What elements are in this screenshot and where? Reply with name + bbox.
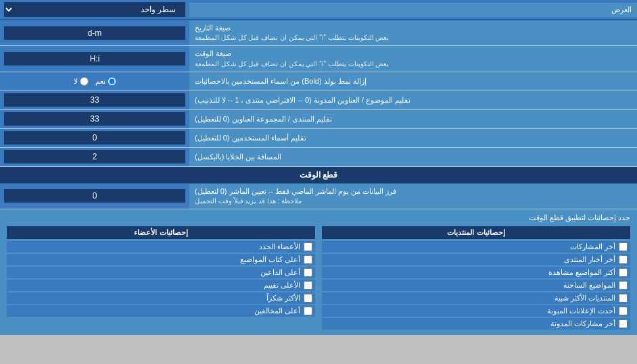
cell-spacing-text: المسافة بين الخلايا (بالبكسل) <box>195 152 282 162</box>
stats-posts-label-1: أخر أخبار المنتدى <box>564 255 615 264</box>
stats-posts-item-3: المواضيع الساخنة <box>322 280 630 291</box>
stats-posts-item-4: المنتديات الأكثر شبية <box>322 292 630 304</box>
time-cut-value-input-wrap <box>0 184 189 209</box>
stats-members-label-5: أعلى المخالفين <box>254 307 300 315</box>
stats-members-checkbox-4[interactable] <box>304 294 312 303</box>
stats-posts-checkbox-1[interactable] <box>619 255 628 264</box>
date-format-input-wrap <box>0 20 189 45</box>
topic-order-text: تقليم الموضوع / العناوين المدونة (0 -- ا… <box>195 95 410 105</box>
stats-members-item-3: الأعلى تقييم <box>7 280 315 291</box>
stats-posts-title: إحصائيات المنتديات <box>322 226 630 239</box>
stats-members-checkbox-0[interactable] <box>304 242 312 251</box>
stats-posts-label-0: أخر المشاركات <box>570 242 615 251</box>
forum-order-row: تقليم المنتدى / المجموعة العناوين (0 للت… <box>0 110 637 129</box>
stats-members-item-4: الأكثر شكراً <box>7 292 315 304</box>
cell-spacing-input[interactable] <box>4 150 185 163</box>
stats-posts-checkbox-0[interactable] <box>619 242 628 251</box>
stats-posts-column: إحصائيات المنتديات أخر المشاركات أخر أخب… <box>322 226 630 331</box>
time-format-label: صيغة الوقت بعض التكوينات يتطلب "/" التي … <box>189 46 637 71</box>
stats-limit-text: حدد إحصائيات لتطبيق قطع الوقت <box>529 213 630 222</box>
user-names-text: تقليم أسماء المستخدمين (0 للتعطيل) <box>195 133 306 143</box>
user-names-input[interactable] <box>4 131 185 145</box>
stats-section: حدد إحصائيات لتطبيق قطع الوقت إحصائيات ا… <box>0 209 637 336</box>
stats-posts-checkbox-6[interactable] <box>619 319 628 328</box>
time-cut-value-sub: ملاحظة : هذا قد يزيد قبلاً وقت التحميل <box>195 197 302 206</box>
forum-order-label: تقليم المنتدى / المجموعة العناوين (0 للت… <box>189 110 637 128</box>
time-cut-value-text: فرز البيانات من يوم الماشر الماضي فقط --… <box>195 186 396 197</box>
bold-remove-input: نعم لا <box>0 72 189 90</box>
stats-limit-label: حدد إحصائيات لتطبيق قطع الوقت <box>7 213 630 222</box>
stats-posts-label-5: أحدث الإعلانات المبوبة <box>547 307 615 315</box>
header-label: الغرض <box>189 3 637 17</box>
stats-posts-item-6: أخر مشاركات المدونة <box>322 318 630 330</box>
stats-members-checkbox-1[interactable] <box>304 255 312 264</box>
time-format-input-wrap <box>0 46 189 71</box>
stats-posts-checkbox-5[interactable] <box>619 307 628 315</box>
stats-members-label-0: الأعضاء الجدد <box>259 242 300 251</box>
stats-posts-item-1: أخر أخبار المنتدى <box>322 254 630 265</box>
time-format-sub: بعض التكوينات يتطلب "/" التي يمكن ان تضا… <box>195 59 389 69</box>
stats-posts-label-6: أخر مشاركات المدونة <box>550 319 615 328</box>
cell-spacing-input-wrap <box>0 148 189 166</box>
stats-members-label-3: الأعلى تقييم <box>264 281 300 290</box>
time-format-input[interactable] <box>4 52 185 66</box>
user-names-row: تقليم أسماء المستخدمين (0 للتعطيل) <box>0 129 637 148</box>
radio-no[interactable] <box>80 77 89 86</box>
date-format-label: صيغة التاريخ بعض التكوينات يتطلب "/" الت… <box>189 20 637 45</box>
stats-members-label-4: الأكثر شكراً <box>266 294 300 303</box>
topic-order-row: تقليم الموضوع / العناوين المدونة (0 -- ا… <box>0 91 637 110</box>
stats-members-checkbox-5[interactable] <box>304 307 312 315</box>
date-format-row: صيغة التاريخ بعض التكوينات يتطلب "/" الت… <box>0 20 637 46</box>
topic-order-input[interactable] <box>4 93 185 107</box>
time-cut-value-label: فرز البيانات من يوم الماشر الماضي فقط --… <box>189 184 637 209</box>
radio-no-text: لا <box>74 77 78 86</box>
main-container: الغرض سطر واحد متعدد الأسطر صيغة التاريخ… <box>0 0 637 336</box>
radio-yes-label: نعم <box>95 77 116 86</box>
radio-yes[interactable] <box>108 77 116 86</box>
cell-spacing-row: المسافة بين الخلايا (بالبكسل) <box>0 148 637 167</box>
stats-members-label-2: أعلى الداعين <box>260 268 300 277</box>
stats-members-title: إحصائيات الأعضاء <box>7 226 315 239</box>
stats-posts-title-text: إحصائيات المنتديات <box>447 228 504 236</box>
time-cut-value-input[interactable] <box>4 189 185 203</box>
stats-members-item-1: أعلى كتاب المواضيع <box>7 254 315 265</box>
stats-posts-item-5: أحدث الإعلانات المبوبة <box>322 305 630 317</box>
stats-members-column: إحصائيات الأعضاء الأعضاء الجدد أعلى كتاب… <box>7 226 315 331</box>
stats-members-item-2: أعلى الداعين <box>7 267 315 278</box>
bold-remove-text: إزالة نمط بولد (Bold) من اسماء المستخدمي… <box>195 76 367 86</box>
user-names-input-wrap <box>0 129 189 147</box>
line-select[interactable]: سطر واحد متعدد الأسطر <box>4 2 185 17</box>
topic-order-label: تقليم الموضوع / العناوين المدونة (0 -- ا… <box>189 91 637 109</box>
bold-remove-row: إزالة نمط بولد (Bold) من اسماء المستخدمي… <box>0 72 637 91</box>
page-title: الغرض <box>611 5 632 14</box>
forum-order-input[interactable] <box>4 112 185 126</box>
radio-yes-text: نعم <box>95 77 105 86</box>
header-dropdown: سطر واحد متعدد الأسطر <box>0 0 189 19</box>
date-format-input[interactable] <box>4 26 185 40</box>
time-cut-title: قطع الوقت <box>300 170 337 180</box>
stats-members-item-5: أعلى المخالفين <box>7 305 315 317</box>
bold-remove-label: إزالة نمط بولد (Bold) من اسماء المستخدمي… <box>189 72 637 90</box>
stats-posts-label-4: المنتديات الأكثر شبية <box>555 294 615 303</box>
stats-members-title-text: إحصائيات الأعضاء <box>134 228 187 236</box>
stats-posts-checkbox-3[interactable] <box>619 281 628 290</box>
stats-posts-checkbox-4[interactable] <box>619 294 628 303</box>
radio-no-label: لا <box>74 77 89 86</box>
header-row: الغرض سطر واحد متعدد الأسطر <box>0 0 637 20</box>
user-names-label: تقليم أسماء المستخدمين (0 للتعطيل) <box>189 129 637 147</box>
stats-posts-label-3: المواضيع الساخنة <box>563 281 615 290</box>
cell-spacing-label: المسافة بين الخلايا (بالبكسل) <box>189 148 637 166</box>
forum-order-text: تقليم المنتدى / المجموعة العناوين (0 للت… <box>195 114 332 124</box>
stats-posts-item-2: أكثر المواضيع مشاهدة <box>322 267 630 278</box>
stats-posts-item-0: أخر المشاركات <box>322 241 630 253</box>
stats-members-checkbox-2[interactable] <box>304 268 312 277</box>
stats-members-label-1: أعلى كتاب المواضيع <box>240 255 300 264</box>
date-format-sub: بعض التكوينات يتطلب "/" التي يمكن ان تضا… <box>195 33 389 43</box>
time-cut-value-row: فرز البيانات من يوم الماشر الماضي فقط --… <box>0 184 637 209</box>
stats-posts-checkbox-2[interactable] <box>619 268 628 277</box>
topic-order-input-wrap <box>0 91 189 109</box>
time-cut-section-header: قطع الوقت <box>0 167 637 184</box>
stats-members-checkbox-3[interactable] <box>304 281 312 290</box>
time-format-title: صيغة الوقت <box>195 49 231 59</box>
stats-posts-label-2: أكثر المواضيع مشاهدة <box>548 268 615 277</box>
